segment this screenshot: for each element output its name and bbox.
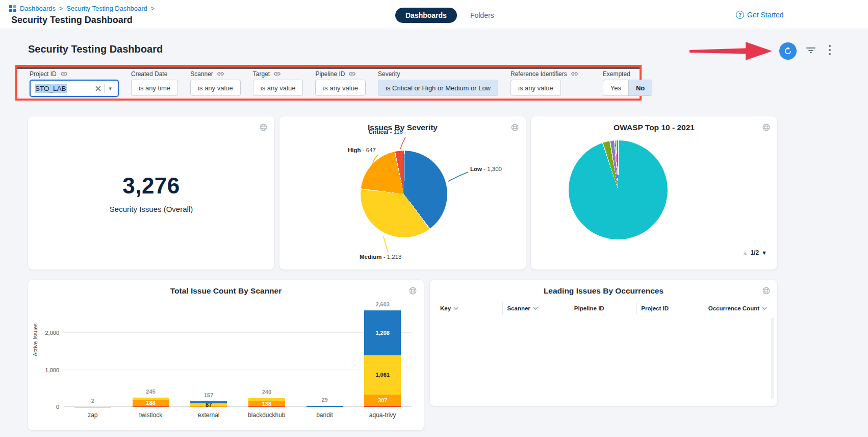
- metric-label: Security Issues (Overall): [110, 205, 193, 213]
- get-started-label: Get Started: [747, 11, 784, 19]
- bar-total-label: 2: [64, 398, 122, 404]
- filter-exempted: Exempted Yes No: [603, 69, 653, 96]
- severity-pie-chart[interactable]: [361, 151, 447, 237]
- refresh-button[interactable]: [779, 42, 797, 60]
- breadcrumb-current[interactable]: Security Testing Dashboard: [66, 5, 147, 12]
- help-question-icon: ?: [736, 11, 744, 19]
- bar-segment-yellow[interactable]: 1,061: [364, 355, 401, 395]
- filter-label-scanner: Scanner: [190, 70, 213, 78]
- top-bar: Dashboards > Security Testing Dashboard …: [0, 0, 868, 29]
- filter-scanner: Scanner is any value: [190, 69, 241, 96]
- bar-segment-blue[interactable]: 1,208: [364, 310, 401, 355]
- bar-stack[interactable]: 138: [248, 398, 285, 407]
- created-date-filter-button[interactable]: is any time: [131, 80, 178, 96]
- exempted-option-no[interactable]: No: [628, 80, 652, 95]
- scanner-filter-button[interactable]: is any value: [190, 80, 241, 96]
- page-up-icon[interactable]: ▲: [743, 250, 748, 256]
- project-id-input[interactable]: STO_LAB ▾: [30, 80, 119, 97]
- annotation-red-box: Project ID STO_LAB ▾: [15, 65, 642, 101]
- bar-segment-orange[interactable]: 307: [364, 395, 401, 406]
- owasp-pie-chart[interactable]: [569, 140, 668, 239]
- tab-folders[interactable]: Folders: [470, 11, 494, 19]
- project-id-value: STO_LAB: [35, 84, 67, 93]
- dashboard-filters-button[interactable]: [806, 46, 816, 54]
- filter-label-pipeline-id: Pipeline ID: [315, 70, 345, 78]
- exempted-option-yes[interactable]: Yes: [603, 80, 628, 95]
- metric-value: 3,276: [122, 173, 180, 199]
- bar-stack[interactable]: 188: [133, 398, 169, 407]
- chevron-down-icon: [533, 307, 538, 310]
- chevron-down-icon: [762, 307, 767, 310]
- target-filter-button[interactable]: is any value: [253, 80, 303, 96]
- header-tabs: Dashboards Folders: [395, 8, 494, 23]
- owasp-top10-card: OWASP Top 10 - 2021 ▲ 1/2 ▼: [531, 116, 777, 270]
- column-header-occurrence-count[interactable]: Occurrence Count: [704, 302, 771, 314]
- dashboard-actions-menu-button[interactable]: [828, 44, 831, 56]
- globe-icon: [510, 123, 519, 132]
- annotation-arrow: [688, 40, 774, 62]
- bar-segment-blue[interactable]: [307, 406, 343, 407]
- column-header-project-id[interactable]: Project ID: [637, 302, 704, 314]
- bar-total-label: 245: [122, 389, 180, 395]
- bar-segment-red[interactable]: [133, 406, 169, 407]
- breadcrumb: Dashboards > Security Testing Dashboard …: [9, 5, 155, 12]
- filter-created-date: Created Date is any time: [131, 69, 178, 96]
- bar-stack[interactable]: 3071,0611,208: [364, 310, 401, 407]
- link-icon: [273, 70, 281, 78]
- severity-callout-medium: Medium1,213: [360, 254, 401, 260]
- bar-column[interactable]: 188245: [122, 302, 180, 407]
- bar-category-label: bandit: [296, 411, 354, 419]
- page-down-icon[interactable]: ▼: [761, 250, 767, 256]
- bar-column[interactable]: 87157: [180, 302, 238, 407]
- filter-target: Target is any value: [253, 69, 303, 96]
- link-icon: [348, 70, 356, 78]
- severity-callout-low: Low1,300: [470, 166, 502, 172]
- bar-plot: 2,000 1,000 0 218824587157138240293071,0…: [64, 302, 412, 407]
- column-header-key[interactable]: Key: [436, 302, 503, 314]
- bar-stack[interactable]: [307, 406, 343, 407]
- breadcrumb-separator: >: [151, 5, 155, 12]
- bar-total-label: 157: [180, 392, 238, 398]
- breadcrumb-dashboards[interactable]: Dashboards: [20, 5, 56, 12]
- bar-stack[interactable]: 87: [190, 401, 227, 407]
- bar-column[interactable]: 138240: [238, 302, 296, 407]
- bar-column[interactable]: 29: [296, 302, 354, 407]
- dashboard-content: Security Testing Dashboard: [0, 29, 868, 437]
- column-header-pipeline-id[interactable]: Pipeline ID: [570, 302, 637, 314]
- bar-segment-red[interactable]: [364, 406, 401, 407]
- link-icon: [60, 70, 68, 78]
- clear-icon[interactable]: [92, 86, 104, 91]
- tab-dashboards[interactable]: Dashboards: [395, 8, 457, 23]
- kebab-menu-icon: [828, 44, 831, 56]
- bar-segment-orange[interactable]: 138: [248, 401, 285, 406]
- app-root: Dashboards > Security Testing Dashboard …: [0, 0, 868, 437]
- bar-category-label: aqua-trivy: [353, 411, 412, 419]
- column-header-scanner[interactable]: Scanner: [503, 302, 570, 314]
- chevron-down-icon[interactable]: ▾: [105, 85, 114, 92]
- security-issues-overall-card: 3,276 Security Issues (Overall): [28, 116, 274, 270]
- occurrences-table-header: Key Scanner Pipeline ID Project ID Occur…: [436, 302, 771, 314]
- filter-bar: Project ID STO_LAB ▾: [17, 67, 640, 99]
- bar-category-label: blackduckhub: [238, 411, 296, 419]
- bar-category-label: external: [180, 411, 238, 419]
- bar-category-label: zap: [64, 411, 122, 419]
- dashboard-heading: Security Testing Dashboard: [28, 43, 163, 55]
- bar-segment-orange[interactable]: 188: [133, 400, 169, 407]
- dashboards-grid-icon: [9, 5, 16, 12]
- globe-icon: [762, 123, 771, 132]
- pipeline-id-filter-button[interactable]: is any value: [315, 80, 366, 96]
- filter-label-severity: Severity: [378, 70, 400, 78]
- owasp-pagination: ▲ 1/2 ▼: [743, 249, 767, 256]
- bar-column[interactable]: 2: [64, 302, 122, 407]
- severity-filter-chip[interactable]: is Critical or High or Medium or Low: [378, 80, 498, 96]
- bar-column[interactable]: 3071,0611,2082,603: [353, 302, 412, 407]
- bar-category-label: twistlock: [122, 411, 180, 419]
- get-started-link[interactable]: ? Get Started: [736, 11, 784, 19]
- link-icon: [571, 70, 578, 78]
- filter-pipeline-id: Pipeline ID is any value: [315, 69, 366, 96]
- severity-callout-high: High647: [348, 147, 376, 153]
- globe-icon: [409, 286, 417, 295]
- table-scrollbar[interactable]: [771, 318, 774, 399]
- reference-identifiers-filter-button[interactable]: is any value: [510, 80, 561, 96]
- page-title: Security Testing Dashboard: [11, 15, 133, 26]
